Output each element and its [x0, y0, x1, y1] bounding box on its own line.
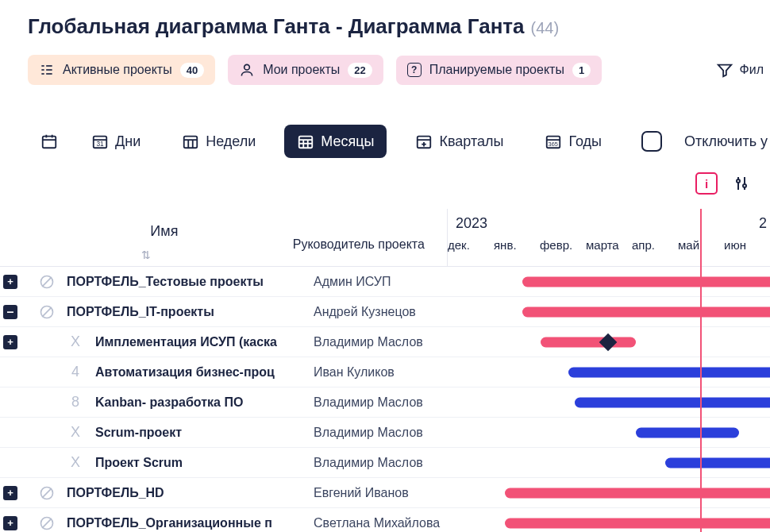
table-row[interactable]: +ПОРТФЕЛЬ_HDЕвгений Иванов [0, 478, 770, 508]
toggle-checkbox[interactable] [641, 131, 662, 152]
svg-point-30 [737, 179, 740, 183]
status-icon [38, 515, 56, 532]
page-title: Глобальная диаграмма Ганта - Диаграмма Г… [28, 14, 525, 39]
table-row[interactable]: 8Kanban- разработка ПОВладимир Маслов [0, 387, 770, 418]
timeline-month: февр. [540, 238, 586, 252]
table-row[interactable]: +XИмплементация ИСУП (каскаВладимир Масл… [0, 327, 770, 357]
gantt-bar[interactable] [636, 427, 739, 438]
milestone-diamond[interactable] [599, 333, 618, 351]
list-icon [39, 62, 55, 78]
scale-label: Дни [115, 133, 141, 150]
svg-rect-14 [184, 137, 198, 148]
scale-label: Недели [206, 133, 256, 150]
info-icon: i [705, 177, 708, 191]
chip-count: 40 [180, 63, 204, 78]
row-manager: Иван Куликов [314, 365, 480, 380]
table-row[interactable]: +ПОРТФЕЛЬ_Организационные пСветлана Миха… [0, 508, 770, 532]
timeline-month: марта [586, 238, 632, 252]
row-name: ПОРТФЕЛЬ_Организационные п [67, 516, 272, 530]
scale-label: Годы [568, 133, 602, 150]
row-name: ПОРТФЕЛЬ_Тестовые проекты [67, 275, 264, 289]
table-row[interactable]: XПроект ScrumВладимир Маслов [0, 448, 770, 478]
scale-label: Месяцы [321, 133, 374, 150]
row-manager: Евгений Иванов [314, 486, 480, 500]
scale-weeks[interactable]: Недели [169, 125, 268, 158]
timeline-year-next: 2 [759, 215, 767, 232]
chip-label: Мои проекты [263, 63, 340, 77]
settings-button[interactable] [732, 172, 754, 195]
row-name: Scrum-проект [95, 426, 182, 440]
gantt-bar[interactable] [505, 488, 770, 498]
row-name: Имплементация ИСУП (каска [95, 335, 277, 349]
chip-my-projects[interactable]: Мои проекты 22 [228, 55, 383, 85]
question-icon: ? [407, 63, 422, 77]
chip-label: Планируемые проекты [429, 63, 564, 77]
sort-icon[interactable]: ⇅ [141, 249, 151, 261]
scale-days[interactable]: 31 Дни [79, 125, 153, 158]
svg-point-33 [743, 184, 746, 187]
chip-planned-projects[interactable]: ? Планируемые проекты 1 [396, 56, 602, 85]
today-line [700, 209, 702, 532]
table-row[interactable]: –ПОРТФЕЛЬ_IT-проектыАндрей Кузнецов [0, 297, 770, 327]
row-manager: Владимир Маслов [314, 395, 480, 410]
timeline-month: дек. [448, 238, 494, 252]
row-manager: Владимир Маслов [314, 335, 480, 349]
calendar-icon [297, 133, 314, 150]
svg-line-39 [42, 307, 52, 317]
collapse-button[interactable]: – [3, 305, 17, 319]
svg-text:31: 31 [96, 141, 104, 148]
status-icon: 8 [67, 394, 84, 411]
table-row[interactable]: +ПОРТФЕЛЬ_Тестовые проектыАдмин ИСУП [0, 267, 770, 297]
row-name: Kanban- разработка ПО [95, 395, 243, 410]
gantt-bar[interactable] [522, 306, 770, 317]
row-manager: Светлана Михайлова [314, 516, 480, 530]
svg-point-6 [244, 64, 250, 70]
chip-label: Активные проекты [63, 63, 172, 77]
calendar-icon: 365 [545, 133, 562, 150]
gantt-bar[interactable] [505, 518, 770, 528]
table-row[interactable]: XScrum-проектВладимир Маслов [0, 418, 770, 448]
gantt-bar[interactable] [541, 337, 636, 347]
column-label: Руководитель проекта [293, 237, 425, 252]
svg-rect-18 [299, 137, 313, 148]
scale-label: Кварталы [439, 133, 503, 150]
gantt-bar[interactable] [522, 276, 770, 287]
scale-years[interactable]: 365 Годы [532, 125, 614, 158]
gantt-bar[interactable] [575, 397, 770, 407]
gantt-bar[interactable] [665, 457, 770, 468]
svg-text:365: 365 [549, 141, 558, 148]
column-label: Имя [150, 223, 178, 239]
svg-line-41 [42, 488, 52, 498]
info-button[interactable]: i [695, 172, 718, 195]
row-name: ПОРТФЕЛЬ_HD [67, 486, 164, 500]
calendar-icon [182, 133, 199, 150]
filter-button[interactable]: Фил [716, 61, 770, 79]
row-manager: Андрей Кузнецов [314, 305, 480, 319]
expand-button[interactable]: + [3, 486, 17, 500]
timeline-year: 2023 [448, 209, 770, 232]
column-header-manager[interactable]: Руководитель проекта [293, 209, 447, 266]
scale-months[interactable]: Месяцы [284, 125, 387, 158]
column-header-name[interactable]: Имя ⇅ [0, 209, 293, 266]
status-icon [38, 303, 56, 321]
expand-button[interactable]: + [3, 516, 17, 530]
svg-rect-7 [43, 137, 56, 148]
gantt-bar[interactable] [568, 367, 770, 377]
toggle-label: Отключить у [684, 133, 768, 150]
scale-quarters[interactable]: Кварталы [402, 125, 516, 158]
scale-picker-button[interactable] [36, 125, 63, 158]
timeline-month: июн [724, 238, 770, 252]
table-row[interactable]: 4Автоматизация бизнес-процИван Куликов [0, 357, 770, 387]
calendar-icon: 31 [91, 133, 109, 150]
expand-button[interactable]: + [3, 335, 17, 349]
funnel-icon [716, 61, 733, 79]
expand-button[interactable]: + [3, 275, 17, 289]
chip-count: 1 [572, 63, 591, 78]
page-title-count: (44) [531, 19, 560, 37]
row-manager: Админ ИСУП [314, 275, 480, 289]
row-name: Проект Scrum [95, 456, 183, 470]
status-icon: 4 [67, 364, 84, 381]
chip-count: 22 [348, 63, 372, 78]
chip-active-projects[interactable]: Активные проекты 40 [28, 55, 215, 85]
user-icon [239, 62, 255, 78]
